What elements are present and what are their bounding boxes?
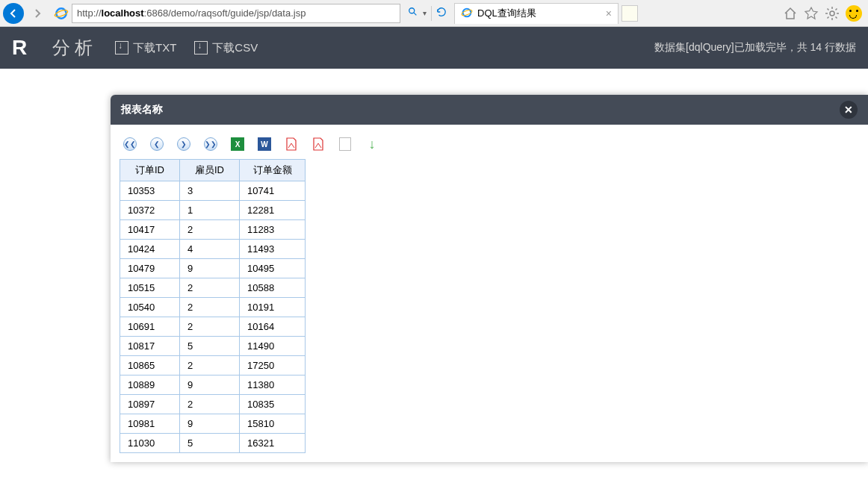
- app-logo: R: [12, 36, 34, 60]
- forward-button[interactable]: [27, 3, 48, 24]
- back-button[interactable]: [3, 3, 24, 24]
- dropdown-icon[interactable]: ▾: [423, 9, 427, 17]
- download-icon: [194, 41, 208, 54]
- tab-title: DQL查询结果: [477, 7, 536, 20]
- url-protocol: http://: [77, 7, 102, 19]
- download-icon: [115, 41, 128, 54]
- browser-tab[interactable]: DQL查询结果 ×: [454, 3, 619, 24]
- feedback-icon[interactable]: [846, 5, 862, 22]
- new-tab-button[interactable]: [621, 5, 638, 22]
- settings-icon[interactable]: [825, 6, 840, 21]
- address-bar[interactable]: http://localhost:6868/demo/raqsoft/guide…: [72, 4, 400, 23]
- favorites-icon[interactable]: [804, 6, 819, 21]
- download-csv-button[interactable]: 下载CSV: [194, 41, 258, 55]
- download-csv-label: 下载CSV: [212, 41, 258, 55]
- download-txt-button[interactable]: 下载TXT: [115, 41, 176, 55]
- svg-point-6: [830, 11, 834, 16]
- svg-point-2: [409, 8, 415, 13]
- browser-toolbar: http://localhost:6868/demo/raqsoft/guide…: [0, 0, 868, 27]
- ie-icon: [461, 7, 473, 21]
- url-path: :6868/demo/raqsoft/guide/jsp/data.jsp: [144, 7, 306, 19]
- ie-icon: [54, 6, 69, 21]
- refresh-icon[interactable]: [436, 7, 447, 19]
- svg-line-3: [414, 13, 417, 16]
- url-host: localhost: [102, 7, 144, 19]
- address-controls: ▾: [403, 6, 451, 21]
- tab-strip: DQL查询结果 ×: [454, 3, 780, 24]
- search-icon[interactable]: [408, 7, 418, 19]
- browser-controls: [783, 5, 862, 22]
- close-tab-icon[interactable]: ×: [606, 7, 612, 19]
- home-icon[interactable]: [783, 6, 798, 21]
- status-message: 数据集[dqlQuery]已加载完毕，共 14 行数据: [654, 41, 856, 54]
- download-txt-label: 下载TXT: [133, 41, 176, 55]
- divider: [431, 6, 432, 21]
- svg-point-5: [461, 8, 473, 16]
- app-header: R 分析 下载TXT 下载CSV 数据集[dqlQuery]已加载完毕，共 14…: [0, 27, 868, 69]
- svg-point-1: [54, 8, 69, 18]
- analyze-title: 分析: [52, 36, 97, 60]
